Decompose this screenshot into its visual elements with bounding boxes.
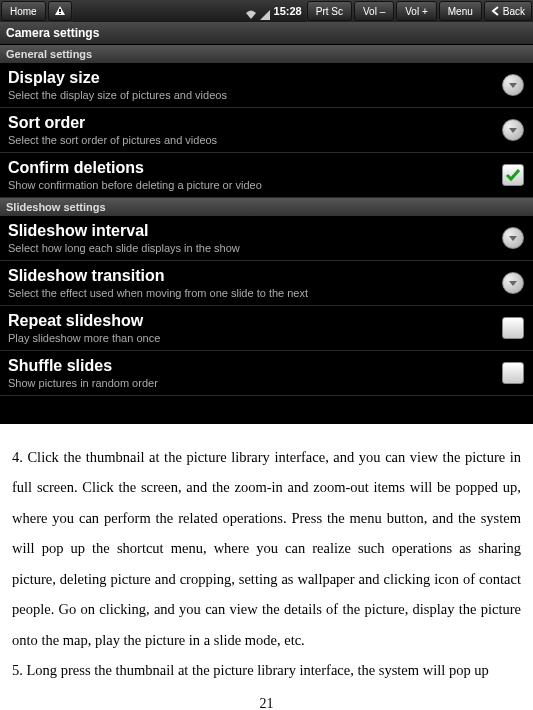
row-confirm-deletions[interactable]: Confirm deletions Show confirmation befo…: [0, 153, 533, 198]
row-title: Display size: [8, 69, 501, 87]
row-display-size[interactable]: Display size Select the display size of …: [0, 63, 533, 108]
printscreen-button[interactable]: Prt Sc: [307, 1, 352, 21]
wifi-icon: [246, 6, 256, 16]
row-sort-order[interactable]: Sort order Select the sort order of pict…: [0, 108, 533, 153]
row-title: Shuffle slides: [8, 357, 501, 375]
svg-marker-6: [509, 236, 517, 241]
clock: 15:28: [274, 5, 302, 17]
document-text: 4. Click the thumbnail at the picture li…: [0, 424, 533, 686]
back-button[interactable]: Back: [484, 1, 532, 21]
svg-marker-3: [260, 10, 270, 20]
row-title: Sort order: [8, 114, 501, 132]
paragraph-5: 5. Long press the thumbnail at the pictu…: [12, 655, 521, 685]
svg-marker-7: [509, 281, 517, 286]
notification-button[interactable]: [48, 1, 72, 21]
row-subtitle: Select the sort order of pictures and vi…: [8, 134, 501, 146]
checkbox-unchecked[interactable]: [502, 362, 524, 384]
row-slideshow-transition[interactable]: Slideshow transition Select the effect u…: [0, 261, 533, 306]
row-shuffle-slides[interactable]: Shuffle slides Show pictures in random o…: [0, 351, 533, 396]
section-slideshow-settings: Slideshow settings: [0, 198, 533, 216]
row-subtitle: Select the effect used when moving from …: [8, 287, 501, 299]
checkbox-checked[interactable]: [502, 164, 524, 186]
section-general-settings: General settings: [0, 45, 533, 63]
row-title: Slideshow interval: [8, 222, 501, 240]
dropdown-icon[interactable]: [502, 74, 524, 96]
row-subtitle: Show pictures in random order: [8, 377, 501, 389]
empty-area: [0, 396, 533, 424]
svg-marker-5: [509, 128, 517, 133]
row-subtitle: Select the display size of pictures and …: [8, 89, 501, 101]
menu-button[interactable]: Menu: [439, 1, 482, 21]
dropdown-icon[interactable]: [502, 272, 524, 294]
page-number: 21: [0, 696, 533, 711]
dropdown-icon[interactable]: [502, 119, 524, 141]
checkbox-unchecked[interactable]: [502, 317, 524, 339]
row-title: Repeat slideshow: [8, 312, 501, 330]
volume-down-button[interactable]: Vol –: [354, 1, 394, 21]
row-subtitle: Play slideshow more than once: [8, 332, 501, 344]
home-button[interactable]: Home: [1, 1, 46, 21]
row-title: Confirm deletions: [8, 159, 501, 177]
status-bar-center: 15:28: [73, 0, 306, 22]
volume-up-button[interactable]: Vol +: [396, 1, 437, 21]
status-bar: Home 15:28 Prt Sc Vol – Vol + Menu Back: [0, 0, 533, 22]
device-frame: Home 15:28 Prt Sc Vol – Vol + Menu Back …: [0, 0, 533, 424]
svg-marker-4: [509, 83, 517, 88]
row-slideshow-interval[interactable]: Slideshow interval Select how long each …: [0, 216, 533, 261]
row-repeat-slideshow[interactable]: Repeat slideshow Play slideshow more tha…: [0, 306, 533, 351]
dropdown-icon[interactable]: [502, 227, 524, 249]
signal-icon: [260, 6, 270, 16]
row-subtitle: Show confirmation before deleting a pict…: [8, 179, 501, 191]
row-subtitle: Select how long each slide displays in t…: [8, 242, 501, 254]
page-title: Camera settings: [0, 22, 533, 45]
row-title: Slideshow transition: [8, 267, 501, 285]
svg-rect-1: [59, 9, 61, 12]
paragraph-4: 4. Click the thumbnail at the picture li…: [12, 442, 521, 655]
svg-rect-2: [59, 13, 61, 14]
